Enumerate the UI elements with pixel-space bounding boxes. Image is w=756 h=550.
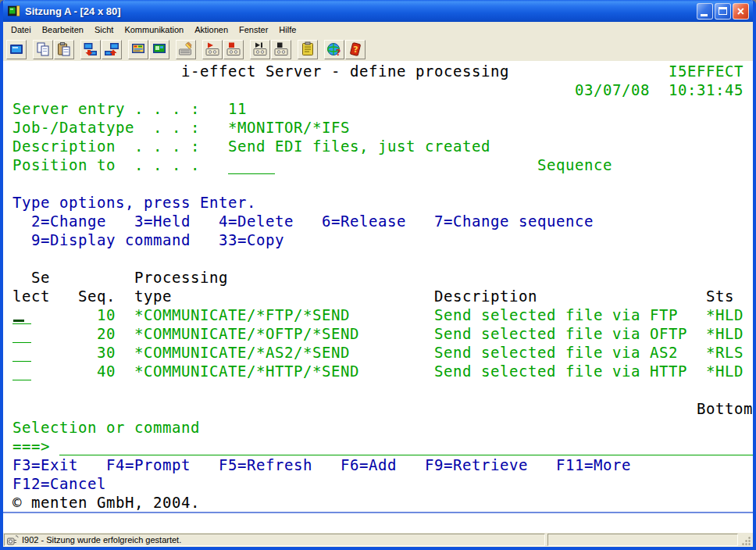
terminal-text: *COMMUNICATE/*AS2/*SEND: [134, 344, 350, 361]
menu-item-kommunikation[interactable]: Kommunikation: [119, 23, 189, 37]
terminal-input-field[interactable]: [12, 362, 31, 380]
terminal-gap: [116, 325, 134, 342]
terminal-row: 40 *COMMUNICATE/*HTTP/*SEND Send selecte…: [3, 362, 753, 380]
terminal-gap: [116, 344, 134, 361]
terminal-text: Send selected file via AS2: [434, 344, 678, 361]
terminal-input-field[interactable]: [12, 325, 31, 343]
receive-file-icon: [104, 41, 119, 57]
terminal-gap: [116, 288, 134, 305]
resize-grip[interactable]: [740, 534, 751, 546]
paste-icon: [56, 41, 72, 57]
session-window-button[interactable]: [6, 40, 27, 59]
color-settings-button[interactable]: [149, 40, 169, 59]
record-macro-start-button[interactable]: [202, 40, 223, 59]
record-macro-stop-button[interactable]: [223, 40, 244, 59]
terminal-text: © menten GmbH, 2004.: [12, 494, 200, 511]
terminal-gap: [3, 288, 12, 305]
terminal-text: 11: [228, 100, 247, 117]
menu-item-sicht[interactable]: Sicht: [89, 23, 119, 37]
send-file-icon: [83, 41, 98, 57]
terminal-gap: [687, 362, 706, 380]
terminal-text: ===>: [12, 438, 50, 455]
terminal-row: Server entry . . . : 11: [3, 99, 753, 118]
terminal-gap: [50, 269, 134, 286]
terminal-row: Position to . . . . Sequence: [3, 155, 753, 174]
title-bar[interactable]: Sitzung A - [24 x 80]: [3, 0, 753, 22]
terminal-text: *RLS: [706, 344, 744, 361]
status-message-panel: I902 - Sitzung wurde erfolgreich gestart…: [4, 534, 545, 546]
window-title: Sitzung A - [24 x 80]: [22, 5, 697, 17]
terminal-gap: [3, 156, 12, 173]
menu-item-bearbeiten[interactable]: Bearbeiten: [37, 23, 89, 37]
terminal-input-field[interactable]: [228, 156, 275, 174]
terminal-screen[interactable]: i-effect Server - define processing I5EF…: [3, 61, 753, 512]
terminal-gap: [3, 456, 12, 473]
terminal-text: F12=Cancel: [12, 475, 106, 492]
clipboard-button[interactable]: [298, 40, 318, 59]
toolbar: ? ?: [3, 38, 753, 61]
terminal-text: 03/07/08 10:31:45: [575, 81, 744, 98]
terminal-gap: [678, 306, 706, 323]
terminal-gap: [3, 306, 12, 323]
terminal-gap: [3, 475, 12, 492]
copy-button[interactable]: [33, 40, 53, 59]
terminal-text: Selection or command: [12, 419, 200, 436]
resize-grip-icon: [741, 536, 751, 546]
terminal-gap: [200, 156, 228, 173]
menu-item-hilfe[interactable]: Hilfe: [273, 23, 301, 37]
terminal-gap: [3, 419, 12, 436]
minimize-button[interactable]: [697, 3, 713, 20]
terminal-gap: [350, 306, 434, 323]
receive-file-button[interactable]: [102, 40, 122, 59]
menu-item-aktionen[interactable]: Aktionen: [189, 23, 234, 37]
terminal-gap: [3, 62, 181, 80]
terminal-text: Description: [434, 288, 537, 305]
oia-area: [3, 513, 753, 533]
display-settings-button[interactable]: [128, 40, 148, 59]
keyboard-settings-button[interactable]: [176, 40, 196, 59]
terminal-text: 30: [97, 344, 116, 361]
terminal-text: *COMMUNICATE/*FTP/*SEND: [134, 306, 350, 323]
terminal-text: Server entry . . . :: [12, 100, 200, 117]
terminal-gap: [350, 344, 434, 361]
play-macro-button[interactable]: [250, 40, 270, 59]
terminal-input-field[interactable]: [59, 438, 753, 455]
menu-item-datei[interactable]: Datei: [5, 23, 37, 37]
terminal-gap: [116, 306, 134, 323]
close-button[interactable]: [733, 3, 749, 20]
terminal-text: 10: [97, 306, 116, 323]
terminal-row: Job-/Datatype . . : *MONITOR/*IFS: [3, 118, 753, 137]
send-file-button[interactable]: [80, 40, 101, 59]
play-macro-icon: [252, 41, 268, 57]
terminal-row: F3=Exit F4=Prompt F5=Refresh F6=Add F9=R…: [3, 455, 753, 474]
terminal-gap: [3, 362, 12, 380]
terminal-gap: [200, 119, 228, 136]
terminal-row: i-effect Server - define processing I5EF…: [3, 62, 753, 80]
terminal-row: Description . . . : Send EDI files, just…: [3, 137, 753, 155]
emulator-window: Sitzung A - [24 x 80] Datei Bearbeiten S…: [0, 0, 756, 550]
terminal-text: Send selected file via OFTP: [434, 325, 687, 342]
terminal-text: Bottom: [697, 400, 753, 417]
terminal-text: Send selected file via FTP: [434, 306, 678, 323]
terminal-gap: [3, 231, 31, 248]
terminal-text: Description . . . :: [12, 138, 200, 155]
web-help-button[interactable]: ?: [324, 40, 344, 59]
terminal-gap: [3, 100, 12, 117]
terminal-text: Se: [31, 269, 50, 286]
terminal-text: *COMMUNICATE/*OFTP/*SEND: [134, 325, 359, 342]
terminal-text: Send EDI files, just created: [228, 138, 490, 155]
terminal-row: 30 *COMMUNICATE/*AS2/*SEND Send selected…: [3, 343, 753, 362]
terminal-gap: [678, 344, 706, 361]
maximize-button[interactable]: [715, 3, 731, 20]
terminal-input-field[interactable]: [12, 344, 31, 362]
connection-status-icon: [7, 535, 19, 545]
paste-button[interactable]: [54, 40, 74, 59]
help-button[interactable]: ?: [345, 40, 366, 59]
terminal-input-field-cursor[interactable]: [12, 306, 31, 324]
terminal-text: lect: [12, 288, 50, 305]
terminal-text: Sequence: [537, 156, 612, 173]
terminal-text: Sts: [706, 288, 734, 305]
menu-item-fenster[interactable]: Fenster: [234, 23, 273, 37]
terminal-row: [3, 249, 753, 268]
stop-macro-button[interactable]: [271, 40, 291, 59]
